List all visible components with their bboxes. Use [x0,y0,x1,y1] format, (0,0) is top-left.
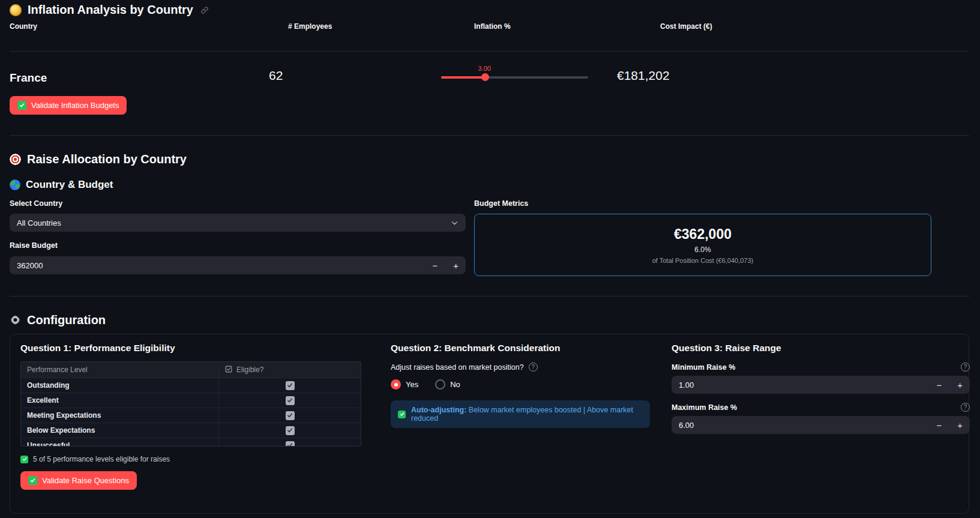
validate-raise-questions-button[interactable]: Validate Raise Questions [20,471,137,490]
eligibility-summary: 5 of 5 performance levels eligible for r… [20,455,362,463]
page-title: Inflation Analysis by Country [28,3,193,17]
radio-selected-dot [391,379,401,390]
increment-button[interactable]: + [957,381,963,390]
radio-unselected-dot [435,379,445,390]
eligible-checkbox[interactable] [286,396,295,405]
slider-track[interactable] [441,76,588,79]
question-1-column: Question 1: Performance Eligibility Perf… [20,343,362,490]
table-row: Below Expectations [21,423,361,438]
level-cell[interactable]: Outstanding [21,378,219,393]
eligible-checkbox[interactable] [286,426,295,435]
select-country-label: Select Country [10,199,62,208]
q2-title: Question 2: Benchmark Consideration [391,343,650,354]
column-header-cost-impact: Cost Impact (€) [660,22,712,31]
slider-thumb[interactable] [481,73,489,81]
decrement-button[interactable]: − [936,381,942,390]
min-raise-label: Minimum Raise % [672,363,735,372]
level-cell[interactable]: Unsuccesful [21,438,219,447]
section-title: Raise Allocation by Country [27,152,187,166]
min-raise-label-row: Minimum Raise % ? [672,363,970,372]
country-name: France [10,71,47,85]
increment-button[interactable]: + [453,261,458,270]
radio-label: No [450,380,460,389]
max-raise-label-row: Maximum Raise % ? [672,403,970,412]
target-icon [10,154,21,165]
radio-yes[interactable]: Yes [391,379,418,390]
anchor-link-icon[interactable] [200,6,209,14]
money-bag-icon [10,4,22,16]
eligible-checkbox[interactable] [286,381,295,390]
metric-caption: of Total Position Cost (€6,040,073) [652,257,754,264]
globe-icon [10,179,20,190]
table-row: Unsuccesful [21,438,361,447]
page-header: Inflation Analysis by Country [10,3,209,17]
button-label: Validate Inflation Budgets [31,101,119,110]
header-eligible[interactable]: Eligible? [219,362,361,378]
performance-table: Performance Level Eligible? Outstanding … [20,361,361,447]
column-header-employees: # Employees [288,22,332,31]
chevron-down-icon [451,219,458,227]
level-cell[interactable]: Excellent [21,393,219,408]
check-icon [20,456,28,463]
divider [10,51,969,52]
raise-budget-input[interactable]: 362000 − + [10,256,466,274]
summary-text: 5 of 5 performance levels eligible for r… [33,455,170,463]
eligible-checkbox[interactable] [286,411,295,420]
section-title: Configuration [27,313,106,327]
header-performance-level[interactable]: Performance Level [21,362,219,378]
level-cell[interactable]: Below Expectations [21,423,219,438]
q1-title: Question 1: Performance Eligibility [20,343,362,354]
metric-percent: 6.0% [694,245,711,254]
gear-icon [10,315,21,326]
eligible-cell [219,408,361,423]
eligible-cell [219,378,361,393]
q3-title: Question 3: Raise Range [672,343,970,354]
radio-no[interactable]: No [435,379,460,390]
radio-label: Yes [406,380,418,389]
help-icon[interactable]: ? [961,403,970,412]
max-raise-input[interactable]: 6.00 − + [672,416,970,434]
slider-fill [441,76,485,79]
min-raise-value: 1.00 [679,381,694,390]
increment-button[interactable]: + [957,421,963,430]
budget-metrics-label: Budget Metrics [474,199,528,208]
help-icon[interactable]: ? [529,363,538,372]
info-banner: Auto-adjusting: Below market employees b… [391,400,650,428]
eligible-cell [219,423,361,438]
eligible-checkbox[interactable] [286,441,295,447]
button-label: Validate Raise Questions [42,476,129,485]
question-3-column: Question 3: Raise Range Minimum Raise % … [672,343,970,434]
raise-budget-value: 362000 [17,261,43,270]
help-icon[interactable]: ? [961,363,970,372]
metric-total: €362,000 [674,226,732,242]
level-cell[interactable]: Meeting Expectations [21,408,219,423]
question-text: Adjust raises based on market position? [391,363,524,372]
max-raise-value: 6.00 [679,421,694,430]
check-icon [398,411,406,418]
table-header-row: Performance Level Eligible? [21,362,361,378]
market-position-question: Adjust raises based on market position? … [391,363,650,372]
raise-budget-label: Raise Budget [10,241,58,250]
eligible-cell [219,438,361,447]
header-label: Performance Level [27,366,88,374]
section-raise-allocation: Raise Allocation by Country [10,152,187,166]
slider-value-label: 3.00 [478,65,491,72]
validate-inflation-budgets-button[interactable]: Validate Inflation Budgets [10,96,127,115]
budget-metrics-card: €362,000 6.0% of Total Position Cost (€6… [474,214,931,276]
min-raise-input[interactable]: 1.00 − + [672,376,970,394]
cost-impact-value: €181,202 [617,68,670,83]
market-position-radio-group: Yes No [391,379,650,390]
country-select-value: All Countries [17,218,61,227]
decrement-button[interactable]: − [432,261,437,270]
subsection-country-budget: Country & Budget [10,179,113,191]
subsection-title: Country & Budget [26,179,113,191]
max-raise-label: Maximum Raise % [672,403,737,412]
column-header-inflation: Inflation % [474,22,511,31]
header-label: Eligible? [236,366,263,374]
eligible-cell [219,393,361,408]
country-select[interactable]: All Countries [10,214,466,232]
inflation-slider[interactable]: 3.00 [441,73,588,82]
decrement-button[interactable]: − [936,421,942,430]
table-row: Excellent [21,393,361,408]
column-header-country: Country [10,22,37,31]
